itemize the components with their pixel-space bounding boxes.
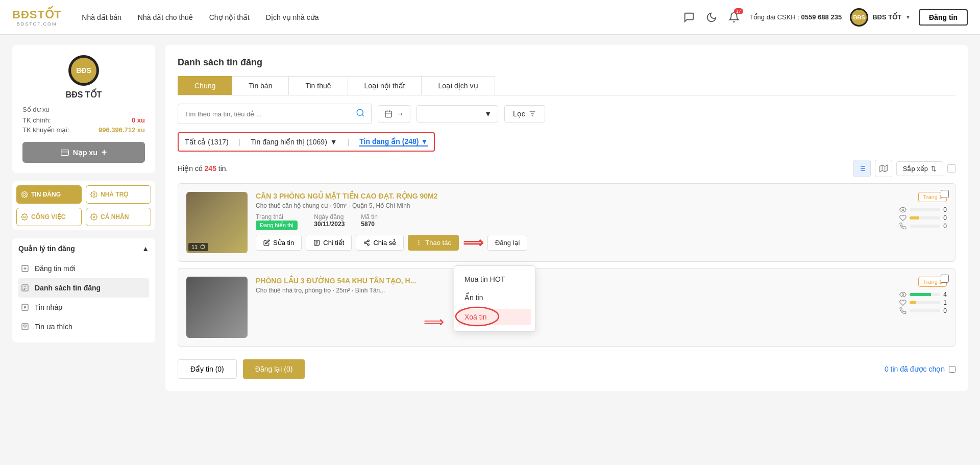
listing-image-1: 11 bbox=[186, 192, 248, 253]
results-row: Hiện có 245 tin. Sắp xếp ⇅ bbox=[178, 160, 955, 177]
camera-icon bbox=[200, 244, 205, 249]
logo-text: BĐSTỐT bbox=[12, 8, 61, 21]
page-body: BĐS BĐS TỐT Số dư xu TK chính: 0 xu TK k… bbox=[0, 35, 980, 401]
results-count: Hiện có 245 tin. bbox=[178, 164, 228, 173]
svg-rect-14 bbox=[22, 324, 28, 330]
date-range-picker[interactable]: → bbox=[378, 105, 410, 123]
day-tin-button[interactable]: Đẩy tin (0) bbox=[178, 359, 237, 379]
chi-tiet-button[interactable]: Chi tiết bbox=[306, 235, 352, 251]
listing-info-1: CĂN 3 PHÒNG NGỦ MẶT TIỀN CAO ĐẠT. RỘNG 9… bbox=[256, 192, 891, 251]
loc-button[interactable]: Lọc bbox=[504, 105, 545, 123]
sidebar-item-danh-sach-tin-dang[interactable]: Danh sách tin đăng bbox=[18, 278, 149, 298]
sidebar: BĐS BĐS TỐT Số dư xu TK chính: 0 xu TK k… bbox=[12, 45, 155, 391]
btn-congviec[interactable]: CÔNG VIỆC bbox=[16, 208, 82, 226]
sidebar-item-dang-tin-moi[interactable]: Đăng tin mới bbox=[18, 259, 149, 278]
svg-marker-30 bbox=[879, 165, 887, 172]
btn-tindang[interactable]: TIN ĐĂNG bbox=[16, 185, 82, 204]
wallet-icon bbox=[61, 149, 69, 157]
tin-da-chon-checkbox[interactable] bbox=[949, 366, 955, 373]
nav-dich-vu-nha-cua[interactable]: Dịch vụ nhà cửa bbox=[266, 13, 319, 21]
tab-loai-dich-vu[interactable]: Loại dịch vụ bbox=[421, 76, 495, 95]
bell-icon[interactable]: 17 bbox=[727, 10, 741, 25]
draft-icon bbox=[20, 303, 30, 312]
tab-chung[interactable]: Chung bbox=[178, 76, 232, 95]
dropdown-an-tin[interactable]: Ẩn tin bbox=[454, 288, 535, 307]
tab-tin-thue[interactable]: Tin thuê bbox=[288, 76, 348, 95]
stat-hien-thi[interactable]: Tin đang hiển thị (1069) ▼ bbox=[251, 138, 337, 146]
header: BĐSTỐT BDSTOT.COM Nhà đất bán Nhà đất ch… bbox=[0, 0, 980, 35]
chat-icon[interactable] bbox=[682, 10, 696, 25]
svg-point-3 bbox=[93, 193, 95, 195]
thao-tac-dropdown: Mua tin HOT Ẩn tin Xoá tin ⟹ bbox=[454, 265, 535, 332]
listing-sub-2: Cho thuê nhà trọ, phòng trọ · 25m² · Bìn… bbox=[256, 287, 891, 294]
dang-lai-button-1[interactable]: Đăng lại bbox=[487, 235, 527, 251]
listing-checkbox-2[interactable] bbox=[941, 275, 949, 283]
listing-checkbox-1[interactable] bbox=[941, 190, 949, 198]
gear-icon bbox=[21, 191, 28, 198]
balance-section: Số dư xu TK chính: 0 xu TK khuyến mại: 9… bbox=[22, 106, 145, 136]
list-icon bbox=[20, 283, 30, 292]
status-select[interactable]: ▼ bbox=[416, 105, 498, 123]
sua-tin-button[interactable]: Sửa tin bbox=[256, 235, 302, 251]
listing-title-2: PHÒNG LẦU 3 ĐƯỜNG 54A KHU TÂN TẠO, H... bbox=[256, 277, 891, 285]
search-icon[interactable] bbox=[356, 108, 365, 119]
share-icon bbox=[363, 239, 370, 246]
svg-line-41 bbox=[366, 243, 368, 244]
napxu-button[interactable]: Nạp xu + bbox=[22, 142, 145, 163]
profile-card: BĐS BĐS TỐT Số dư xu TK chính: 0 xu TK k… bbox=[12, 45, 155, 173]
listing-title-1: CĂN 3 PHÒNG NGỦ MẶT TIỀN CAO ĐẠT. RỘNG 9… bbox=[256, 192, 891, 200]
map-view-button[interactable] bbox=[875, 160, 892, 177]
select-all-checkbox[interactable] bbox=[947, 164, 955, 173]
calendar-icon bbox=[384, 110, 393, 118]
nav-cho-noi-that[interactable]: Chợ nội thất bbox=[209, 13, 250, 21]
phone-icon-2 bbox=[899, 307, 906, 314]
nav-nha-dat-ban[interactable]: Nhà đất bán bbox=[82, 13, 121, 21]
sidebar-item-tin-nhap[interactable]: Tin nháp bbox=[18, 298, 149, 317]
dangtin-button[interactable]: Đăng tin bbox=[919, 9, 968, 26]
tab-loai-noi-that[interactable]: Loại nội thất bbox=[348, 76, 422, 95]
list-view-button[interactable] bbox=[853, 160, 871, 177]
sidebar-menu: Quản lý tin đăng ▲ Đăng tin mới Danh sác… bbox=[12, 238, 155, 342]
image-count-1: 11 bbox=[188, 243, 208, 251]
edit-icon bbox=[263, 239, 270, 246]
user-dropdown-icon[interactable]: ▼ bbox=[905, 14, 911, 20]
logo[interactable]: BĐSTỐT BDSTOT.COM bbox=[12, 8, 61, 27]
tab-tin-ban[interactable]: Tin bán bbox=[232, 76, 289, 95]
svg-point-15 bbox=[357, 109, 363, 115]
filter-icon bbox=[528, 110, 536, 118]
search-input[interactable] bbox=[184, 110, 356, 118]
chia-se-button[interactable]: Chia sẻ bbox=[356, 235, 404, 251]
gear-icon-2 bbox=[90, 191, 97, 198]
search-box[interactable] bbox=[178, 104, 372, 124]
nav-nha-dat-cho-thue[interactable]: Nhà đất cho thuê bbox=[138, 13, 193, 21]
dropdown-xoa-tin[interactable]: Xoá tin bbox=[458, 309, 531, 325]
svg-line-42 bbox=[366, 241, 368, 242]
chevron-down-an: ▼ bbox=[421, 137, 428, 145]
dropdown-mua-tin-hot[interactable]: Mua tin HOT bbox=[454, 270, 535, 288]
sidebar-item-tin-ua-thich[interactable]: Tin ưa thích bbox=[18, 317, 149, 336]
stats-bar: Tất cả (1317) | Tin đang hiển thị (1069)… bbox=[178, 132, 435, 152]
filter-row: → ▼ Lọc bbox=[178, 104, 955, 124]
dang-lai-all-button[interactable]: Đăng lại (0) bbox=[243, 359, 305, 379]
chevron-down-select: ▼ bbox=[484, 110, 492, 118]
stat-an[interactable]: Tin đang ẩn (248) ▼ bbox=[359, 137, 428, 146]
svg-point-46 bbox=[902, 209, 904, 211]
svg-point-38 bbox=[368, 240, 370, 241]
chevron-up-icon[interactable]: ▲ bbox=[142, 244, 149, 253]
sort-select[interactable]: Sắp xếp ⇅ bbox=[896, 161, 943, 176]
arrow-right-annotation-1: ⟹ bbox=[463, 234, 483, 251]
balance-tk-chinh: TK chính: 0 xu bbox=[22, 116, 145, 124]
balance-tk-km: TK khuyến mại: 996.396.712 xu bbox=[22, 126, 145, 134]
svg-line-16 bbox=[362, 114, 363, 116]
thao-tac-button[interactable]: Thao tác bbox=[408, 235, 459, 251]
listing-right-1: Trang 1 0 0 0 bbox=[899, 192, 947, 230]
logo-sub: BDSTOT.COM bbox=[17, 21, 57, 27]
svg-point-48 bbox=[902, 293, 904, 296]
user-area[interactable]: BĐS BĐS TỐT ▼ bbox=[850, 8, 911, 27]
balance-title: Số dư xu bbox=[22, 106, 145, 113]
btn-nhatro[interactable]: NHÀ TRỌ bbox=[86, 185, 151, 204]
moon-icon[interactable] bbox=[704, 10, 719, 25]
listing-info-2: PHÒNG LẦU 3 ĐƯỜNG 54A KHU TÂN TẠO, H... … bbox=[256, 277, 891, 298]
btn-canhan[interactable]: CÁ NHÂN bbox=[86, 208, 151, 226]
hotline-text: Tổng đài CSKH : 0559 688 235 bbox=[749, 13, 842, 21]
